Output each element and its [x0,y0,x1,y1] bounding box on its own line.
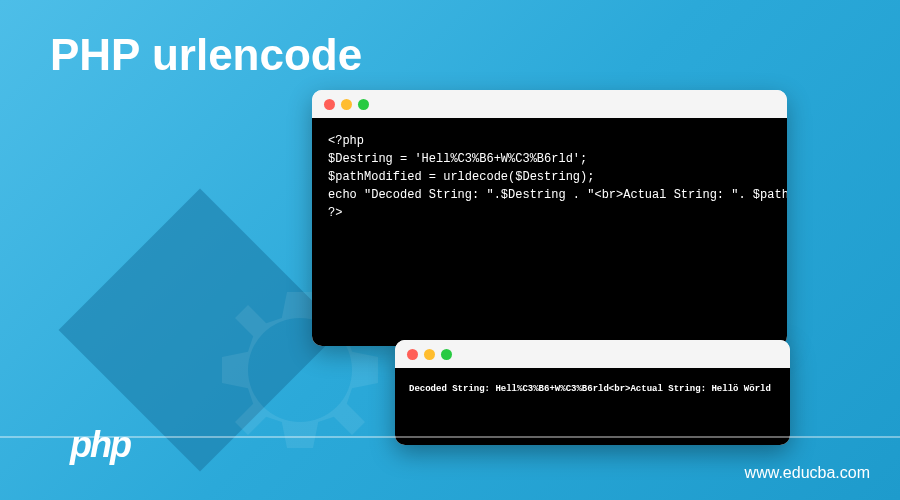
php-logo: php [40,415,160,475]
code-line: $pathModified = urldecode($Destring); [328,168,771,186]
window-titlebar [312,90,787,118]
website-url: www.educba.com [745,464,870,482]
code-window-source: <?php $Destring = 'Hell%C3%B6+W%C3%B6rld… [312,90,787,346]
code-content: <?php $Destring = 'Hell%C3%B6+W%C3%B6rld… [312,118,787,346]
close-icon [324,99,335,110]
php-logo-text: php [70,424,130,466]
maximize-icon [358,99,369,110]
code-line: <?php [328,132,771,150]
window-titlebar [395,340,790,368]
page-title: PHP urlencode [50,30,362,80]
code-line: $Destring = 'Hell%C3%B6+W%C3%B6rld'; [328,150,771,168]
output-content: Decoded String: Hell%C3%B6+W%C3%B6rld<br… [395,368,790,445]
output-line: Decoded String: Hell%C3%B6+W%C3%B6rld<br… [409,384,776,396]
code-line: ?> [328,204,771,222]
code-window-output: Decoded String: Hell%C3%B6+W%C3%B6rld<br… [395,340,790,445]
close-icon [407,349,418,360]
minimize-icon [424,349,435,360]
minimize-icon [341,99,352,110]
maximize-icon [441,349,452,360]
code-line: echo "Decoded String: ".$Destring . "<br… [328,186,771,204]
